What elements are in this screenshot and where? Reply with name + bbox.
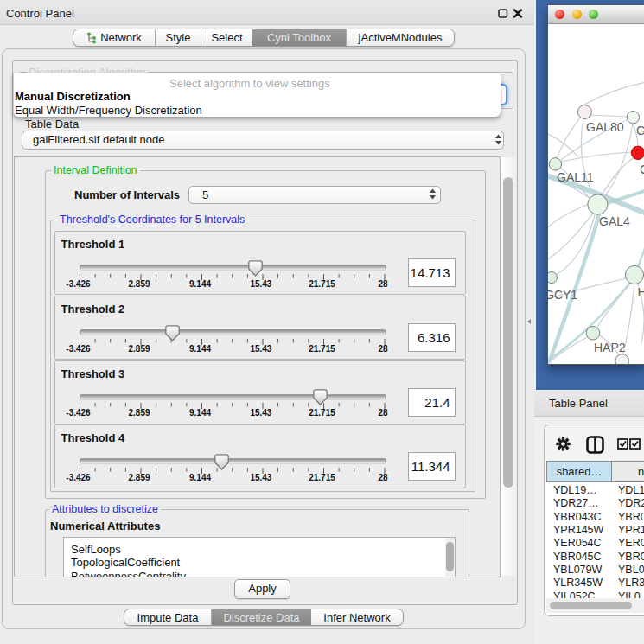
svg-text:GA: GA xyxy=(636,124,644,137)
svg-text:HAP2: HAP2 xyxy=(594,341,626,354)
svg-text:CO: CO xyxy=(640,163,644,176)
svg-text:HA: HA xyxy=(638,285,644,299)
svg-text:GAL80: GAL80 xyxy=(586,120,624,134)
svg-text:GCY1: GCY1 xyxy=(548,288,577,302)
svg-text:GAL11: GAL11 xyxy=(557,170,594,184)
svg-text:GAL4: GAL4 xyxy=(599,214,630,228)
